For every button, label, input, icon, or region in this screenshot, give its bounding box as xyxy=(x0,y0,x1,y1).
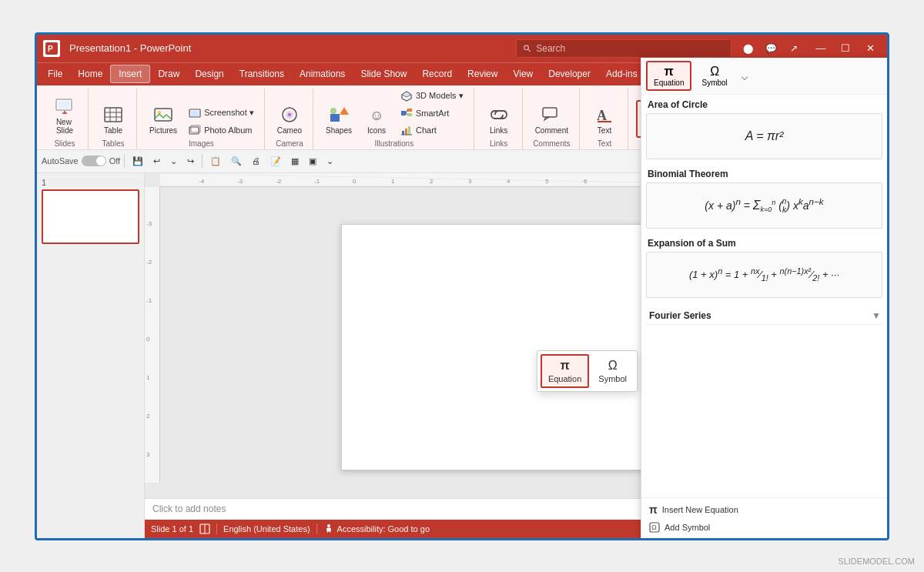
table-btn[interactable]: Table xyxy=(96,102,130,138)
menu-addins[interactable]: Add-ins xyxy=(598,65,645,82)
comments-group-label: Comments xyxy=(533,139,570,148)
new-slide-label: NewSlide xyxy=(56,118,73,135)
comment-label: Comment xyxy=(535,126,568,135)
links-btn[interactable]: Links xyxy=(482,102,516,138)
links-label: Links xyxy=(490,126,507,135)
menu-view[interactable]: View xyxy=(505,65,541,82)
powerpoint-window: P Presentation1 - PowerPoint ⬤ 💬 ↗ — ☐ ✕… xyxy=(35,32,889,540)
equation-footer: π Insert New Equation Ω Add Symbol xyxy=(641,497,887,538)
tb-btn-3[interactable]: 🖨 xyxy=(248,154,264,168)
search-box[interactable] xyxy=(516,39,732,58)
tb-customize[interactable]: ⌄ xyxy=(323,154,337,169)
menu-slideshow[interactable]: Slide Show xyxy=(353,65,414,82)
search-icon xyxy=(523,44,531,53)
ribbon-group-illustrations: Shapes ☺ Icons 3D Models ▾ SmartArt xyxy=(315,89,474,149)
autosave-switch[interactable] xyxy=(82,156,106,166)
svg-rect-57 xyxy=(145,187,160,483)
language-text: English (United States) xyxy=(223,524,310,534)
minimize-btn[interactable]: — xyxy=(810,40,832,57)
slide-status-text: Slide 1 of 1 xyxy=(151,524,193,534)
cameo-icon xyxy=(279,105,300,126)
links-group-label: Links xyxy=(490,139,507,148)
undo-dropdown-btn[interactable]: ⌄ xyxy=(166,154,181,169)
svg-text:-1: -1 xyxy=(146,297,152,304)
svg-text:-3: -3 xyxy=(146,220,152,227)
menu-transitions[interactable]: Transitions xyxy=(232,65,292,82)
add-symbol-label: Add Symbol xyxy=(665,523,710,532)
menu-animations[interactable]: Animations xyxy=(292,65,353,82)
slide-thumbnail[interactable] xyxy=(42,189,139,244)
save-btn[interactable]: 💾 xyxy=(129,154,147,169)
new-slide-btn[interactable]: NewSlide xyxy=(48,93,82,138)
menu-record[interactable]: Record xyxy=(414,65,460,82)
photo-album-label: Photo Album xyxy=(204,125,252,135)
photo-album-btn[interactable]: Photo Album xyxy=(185,122,258,138)
ribbon-group-camera: Cameo Camera xyxy=(266,89,313,149)
menu-design[interactable]: Design xyxy=(187,65,231,82)
new-slide-icon xyxy=(54,96,75,118)
3d-models-btn[interactable]: 3D Models ▾ xyxy=(397,89,467,104)
comment-btn[interactable]: 💬 xyxy=(761,40,781,57)
comment-btn[interactable]: Comment xyxy=(531,102,573,138)
add-symbol-icon: Ω xyxy=(649,522,660,533)
text-btn[interactable]: A Text xyxy=(588,102,621,138)
equation-symbol-pi: π xyxy=(560,359,569,373)
tb-btn-6[interactable]: ▣ xyxy=(305,154,320,169)
insert-new-equation-btn[interactable]: π Insert New Equation xyxy=(646,501,882,518)
fourier-header[interactable]: Fourier Series ▼ xyxy=(646,307,882,325)
tables-group-label: Tables xyxy=(102,139,125,148)
search-input[interactable] xyxy=(536,43,725,54)
equation-panel: π Equation Ω Symbol Area of Circle A = π… xyxy=(641,173,887,538)
ribbon-group-images: Pictures Screenshot ▾ Photo Album Images xyxy=(139,89,265,149)
cameo-btn[interactable]: Cameo xyxy=(273,102,306,138)
fourier-expand-icon: ▼ xyxy=(872,310,881,321)
table-icon xyxy=(102,105,124,126)
tb-btn-5[interactable]: ▦ xyxy=(287,154,303,169)
eq-box-binomial[interactable]: (x + a)n = Σk=0n (nk) xkan−k xyxy=(646,182,882,229)
eq-label-expansion: Expansion of a Sum xyxy=(646,238,882,249)
ribbon-tables-items: Table xyxy=(96,89,130,138)
undo-btn[interactable]: ↩ xyxy=(149,154,164,169)
status-book-icon[interactable] xyxy=(199,523,210,534)
svg-line-31 xyxy=(406,110,407,113)
ruler-vertical: -3 -2 -1 0 1 2 3 xyxy=(145,187,160,483)
record-btn[interactable]: ⬤ xyxy=(738,40,758,57)
tb-btn-1[interactable]: 📋 xyxy=(206,154,225,169)
slides-group-label: Slides xyxy=(54,139,75,148)
pictures-label: Pictures xyxy=(149,126,177,135)
share-btn[interactable]: ↗ xyxy=(784,40,804,57)
equation-symbol-btn[interactable]: π Equation xyxy=(541,354,589,388)
3d-models-label: 3D Models ▾ xyxy=(416,91,464,101)
chart-btn[interactable]: Chart xyxy=(397,122,467,138)
maximize-btn[interactable]: ☐ xyxy=(835,40,856,57)
autosave-state: Off xyxy=(109,156,120,166)
icons-btn[interactable]: ☺ Icons xyxy=(360,102,393,138)
menu-developer[interactable]: Developer xyxy=(541,65,598,82)
symbols-popup: π Equation Ω Symbol xyxy=(537,350,638,392)
menu-home[interactable]: Home xyxy=(70,65,110,82)
tb-btn-2[interactable]: 🔍 xyxy=(227,154,246,169)
menu-insert[interactable]: Insert xyxy=(110,65,150,83)
svg-text:0: 0 xyxy=(353,178,357,185)
svg-rect-22 xyxy=(330,114,340,122)
svg-point-67 xyxy=(327,524,330,527)
pictures-btn[interactable]: Pictures xyxy=(145,102,182,138)
smartart-btn[interactable]: SmartArt xyxy=(397,105,467,121)
watermark: SLIDEMODEL.COM xyxy=(838,557,915,566)
menu-file[interactable]: File xyxy=(40,65,70,82)
toolbar-sep-1 xyxy=(124,154,125,168)
menu-draw[interactable]: Draw xyxy=(150,65,187,82)
shapes-btn[interactable]: Shapes xyxy=(321,102,357,138)
tb-btn-4[interactable]: 📝 xyxy=(266,154,285,169)
symbol-omega: Ω xyxy=(608,359,618,373)
svg-text:☺: ☺ xyxy=(370,108,383,123)
svg-text:-1: -1 xyxy=(314,178,320,185)
symbol-btn[interactable]: Ω Symbol xyxy=(591,355,634,387)
add-symbol-btn[interactable]: Ω Add Symbol xyxy=(646,520,882,535)
eq-box-expansion[interactable]: (1 + x)n = 1 + nx⁄1! + n(n−1)x²⁄2! + ··· xyxy=(646,252,882,298)
svg-point-21 xyxy=(288,113,291,116)
redo-btn[interactable]: ↪ xyxy=(183,154,198,169)
menu-review[interactable]: Review xyxy=(460,65,505,82)
close-btn[interactable]: ✕ xyxy=(859,40,881,57)
screenshot-btn[interactable]: Screenshot ▾ xyxy=(185,105,258,121)
